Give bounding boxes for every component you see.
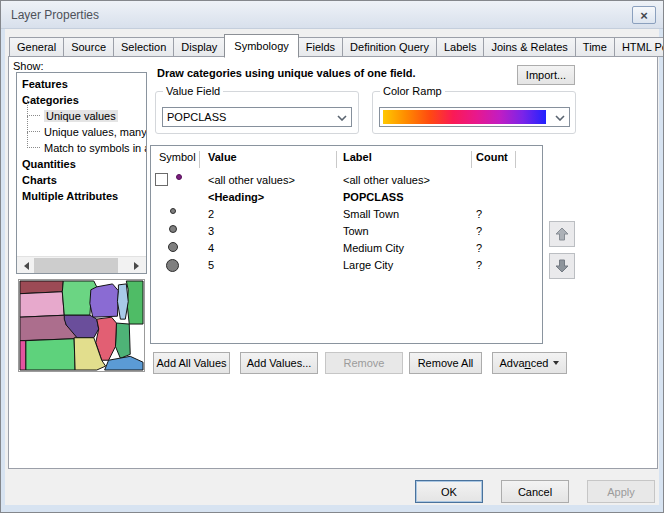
- tab-strip: General Source Selection Display Symbolo…: [9, 33, 664, 57]
- color-ramp-group: Color Ramp: [372, 91, 576, 134]
- color-ramp-group-label: Color Ramp: [380, 85, 445, 97]
- table-header-row: Symbol Value Label Count: [151, 146, 542, 168]
- cell-label: Small Town: [343, 208, 399, 220]
- class-symbol[interactable]: [166, 259, 179, 272]
- tree-item-charts[interactable]: Charts: [17, 172, 146, 188]
- value-field-group-label: Value Field: [163, 85, 223, 97]
- tab-display[interactable]: Display: [173, 37, 225, 57]
- renderer-tree: Features Categories Unique values Unique…: [16, 72, 147, 274]
- renderer-description: Draw categories using unique values of o…: [157, 67, 416, 79]
- tab-joins-relates[interactable]: Joins & Relates: [483, 37, 575, 57]
- import-button[interactable]: Import...: [517, 65, 575, 85]
- table-row-medium-city[interactable]: 4 Medium City ?: [151, 240, 540, 257]
- tree-item-label-selected: Unique values: [44, 110, 118, 122]
- class-symbol[interactable]: [169, 225, 177, 233]
- scroll-left-icon: [20, 262, 29, 270]
- close-button[interactable]: ×: [632, 6, 656, 24]
- tree-item-multiple-attributes[interactable]: Multiple Attributes: [17, 188, 146, 204]
- dialog-frame-left: [1, 29, 5, 512]
- symbology-tab-page: Show: Features Categories Unique values …: [8, 56, 658, 469]
- cell-value: <all other values>: [208, 174, 295, 186]
- tab-symbology[interactable]: Symbology: [224, 34, 298, 58]
- all-other-values-checkbox[interactable]: [155, 173, 168, 186]
- tree-item-quantities[interactable]: Quantities: [17, 156, 146, 172]
- tab-html-popup[interactable]: HTML Popup: [614, 37, 664, 57]
- header-label: Label: [343, 151, 372, 163]
- table-row-large-city[interactable]: 5 Large City ?: [151, 257, 540, 274]
- table-row-all-other-values[interactable]: <all other values> <all other values>: [151, 172, 540, 189]
- remove-button[interactable]: Remove: [325, 352, 403, 374]
- tree-horizontal-scrollbar[interactable]: [17, 256, 146, 273]
- table-row-town[interactable]: 3 Town ?: [151, 223, 540, 240]
- cell-count: ?: [476, 208, 482, 220]
- tab-time[interactable]: Time: [575, 37, 615, 57]
- ok-button[interactable]: OK: [415, 480, 483, 503]
- advanced-label-pre: Adva: [500, 357, 525, 369]
- move-up-icon: [554, 226, 570, 242]
- value-field-group: Value Field POPCLASS: [155, 91, 359, 134]
- cell-label: POPCLASS: [343, 191, 404, 203]
- region-indiana: [115, 323, 130, 358]
- color-ramp-dropdown[interactable]: [379, 107, 570, 127]
- show-label: Show:: [13, 60, 44, 72]
- cell-value: <Heading>: [208, 191, 264, 203]
- scroll-right-button[interactable]: [129, 257, 146, 274]
- scroll-left-button[interactable]: [17, 257, 34, 274]
- window-title: Layer Properties: [11, 8, 99, 22]
- apply-button[interactable]: Apply: [587, 480, 655, 503]
- tree-item-label: Match to symbols in a: [44, 142, 147, 154]
- tree-connector: [27, 100, 40, 116]
- move-down-button[interactable]: [549, 253, 575, 279]
- all-other-values-symbol[interactable]: [176, 174, 182, 180]
- header-separator: [471, 151, 472, 168]
- add-values-button[interactable]: Add Values...: [240, 352, 318, 374]
- table-row-small-town[interactable]: 2 Small Town ?: [151, 206, 540, 223]
- region-wisconsin: [90, 284, 119, 317]
- header-separator: [199, 151, 200, 168]
- close-icon: ×: [640, 8, 648, 23]
- tab-definition-query[interactable]: Definition Query: [342, 37, 437, 57]
- header-separator: [336, 151, 337, 168]
- class-symbol[interactable]: [168, 242, 178, 252]
- header-symbol: Symbol: [159, 151, 196, 163]
- cell-count: ?: [476, 225, 482, 237]
- move-down-icon: [554, 258, 570, 274]
- cell-value: 4: [208, 242, 214, 254]
- tab-general[interactable]: General: [9, 37, 64, 57]
- dialog-frame-bottom: [1, 505, 663, 512]
- title-bar[interactable]: Layer Properties ×: [1, 1, 663, 29]
- tree-connector: [27, 132, 40, 148]
- cell-count: ?: [476, 259, 482, 271]
- tree-item-features[interactable]: Features: [17, 76, 146, 92]
- tab-fields[interactable]: Fields: [298, 37, 343, 57]
- value-field-selected-value: POPCLASS: [163, 111, 226, 123]
- header-value: Value: [208, 151, 237, 163]
- tab-selection[interactable]: Selection: [113, 37, 174, 57]
- move-up-button[interactable]: [549, 221, 575, 247]
- remove-all-button[interactable]: Remove All: [409, 352, 482, 374]
- header-separator: [515, 151, 516, 168]
- scrollbar-thumb[interactable]: [34, 258, 118, 273]
- cancel-button[interactable]: Cancel: [501, 480, 569, 503]
- class-symbol[interactable]: [170, 208, 176, 214]
- region-kansas: [26, 339, 75, 370]
- tab-source[interactable]: Source: [63, 37, 114, 57]
- cell-value: 3: [208, 225, 214, 237]
- table-row-heading[interactable]: <Heading> POPCLASS: [151, 189, 540, 206]
- value-field-dropdown[interactable]: POPCLASS: [162, 107, 352, 127]
- scroll-right-icon: [134, 262, 143, 270]
- tab-labels[interactable]: Labels: [436, 37, 484, 57]
- region-colorado-edge: [20, 341, 26, 370]
- unique-values-table: Symbol Value Label Count <all other valu…: [150, 145, 543, 344]
- dialog-frame-right: [659, 29, 663, 512]
- cell-label: Medium City: [343, 242, 404, 254]
- cell-label: Large City: [343, 259, 393, 271]
- cell-label: Town: [343, 225, 369, 237]
- tree-item-match-symbols[interactable]: Match to symbols in a: [17, 140, 146, 156]
- add-all-values-button[interactable]: Add All Values: [153, 352, 230, 374]
- tree-connector: [27, 116, 40, 132]
- advanced-button[interactable]: Advanced: [492, 352, 567, 374]
- cell-value: 5: [208, 259, 214, 271]
- map-preview: [18, 279, 145, 372]
- tree-item-label: Unique values, many: [44, 126, 147, 138]
